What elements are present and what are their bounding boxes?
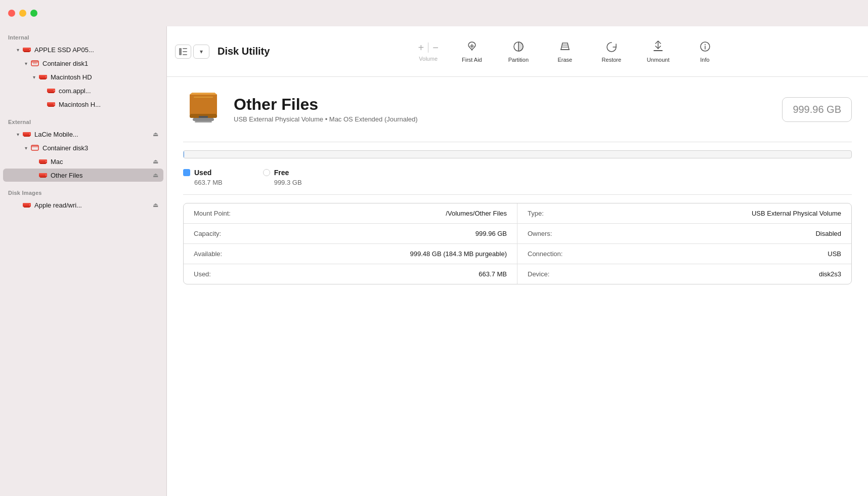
toolbar: ▾ Disk Utility + − Volume	[167, 26, 868, 77]
chevron-placeholder	[38, 101, 46, 108]
disk-icon-container	[183, 89, 224, 130]
svg-rect-6	[31, 61, 38, 63]
partition-button[interactable]: Partition	[503, 38, 534, 65]
info-cell-value: /Volumes/Other Files	[446, 210, 507, 217]
info-cell-label: Type:	[528, 210, 544, 217]
close-button[interactable]	[8, 10, 15, 17]
remove-volume-button[interactable]: −	[430, 42, 441, 54]
info-cell-value: USB	[828, 250, 841, 258]
info-cell-value: 999.48 GB (184.3 MB purgeable)	[410, 250, 507, 258]
app-container: Internal ▾ APPLE SSD AP05... ▾	[0, 26, 868, 496]
partition-label: Partition	[508, 57, 529, 63]
drive-icon	[47, 86, 56, 95]
external-section-label: External	[0, 115, 166, 127]
sidebar-item-macintosh-hd[interactable]: ▾ Macintosh HD	[3, 70, 163, 84]
svg-rect-17	[48, 106, 54, 107]
svg-rect-35	[24, 206, 30, 208]
svg-rect-14	[54, 90, 55, 91]
toolbar-center: + − Volume First Aid	[276, 38, 860, 65]
info-cell-right: Device: disk2s3	[517, 264, 851, 284]
info-cell-value: 663.7 MB	[479, 270, 507, 278]
eject-icon[interactable]: ⏏	[151, 171, 159, 179]
sidebar-item-container-disk1[interactable]: ▾ Container disk1	[3, 57, 163, 70]
volume-btn-group: + − Volume	[416, 42, 440, 62]
svg-rect-22	[29, 134, 30, 135]
sidebar-item-label: com.appl...	[59, 87, 159, 95]
sidebar-item-label: Other Files	[51, 172, 149, 179]
sidebar-item-label: Container disk3	[42, 144, 159, 152]
divider-1	[183, 142, 852, 142]
drive-icon	[38, 171, 48, 180]
storage-bar	[183, 150, 852, 158]
sidebar-toggle-button[interactable]	[175, 45, 191, 59]
info-cell-label: Used:	[194, 270, 211, 278]
sidebar-item-macintosh-h[interactable]: Macintosh H...	[3, 98, 163, 111]
table-row: Used: 663.7 MB Device: disk2s3	[184, 264, 851, 284]
unmount-icon	[652, 40, 665, 55]
svg-rect-10	[46, 76, 47, 77]
svg-rect-8	[39, 75, 47, 76]
svg-rect-27	[40, 163, 46, 164]
sidebar-item-com-appl[interactable]: com.appl...	[3, 84, 163, 97]
add-volume-button[interactable]: +	[416, 42, 426, 54]
disk-subtitle: USB External Physical Volume • Mac OS Ex…	[234, 115, 772, 123]
unmount-label: Unmount	[647, 57, 670, 63]
used-label: Used	[194, 169, 211, 177]
detail-panel: Other Files USB External Physical Volume…	[167, 77, 868, 496]
sidebar-item-container-disk3[interactable]: ▾ Container disk3	[3, 141, 163, 154]
table-row: Capacity: 999.96 GB Owners: Disabled	[184, 224, 851, 244]
eject-icon[interactable]: ⏏	[151, 201, 159, 209]
svg-rect-16	[47, 102, 55, 104]
maximize-button[interactable]	[30, 10, 37, 17]
title-bar	[0, 0, 868, 26]
sidebar-item-lacie-mobile[interactable]: ▾ LaCie Mobile... ⏏	[3, 128, 163, 141]
svg-rect-31	[40, 177, 46, 178]
svg-rect-3	[29, 49, 30, 50]
svg-rect-18	[54, 104, 55, 105]
drive-icon	[22, 45, 31, 54]
free-legend-header: Free	[263, 169, 302, 177]
eject-icon[interactable]: ⏏	[151, 130, 159, 138]
disk-drive-icon	[184, 90, 223, 129]
main-content: ▾ Disk Utility + − Volume	[167, 26, 868, 496]
info-cell-left: Available: 999.48 GB (184.3 MB purgeable…	[184, 244, 517, 264]
info-cell-label: Connection:	[528, 250, 562, 258]
sidebar-item-apple-ssd[interactable]: ▾ APPLE SSD AP05...	[3, 43, 163, 56]
svg-rect-57	[199, 116, 208, 118]
info-cell-value: 999.96 GB	[475, 230, 507, 237]
chevron-placeholder	[30, 158, 37, 165]
svg-rect-37	[179, 48, 182, 55]
restore-button[interactable]: Restore	[596, 38, 627, 65]
svg-rect-1	[23, 48, 31, 49]
used-legend-header: Used	[183, 169, 223, 177]
unmount-button[interactable]: Unmount	[643, 38, 674, 65]
svg-rect-58	[194, 97, 213, 98]
sidebar-item-mac[interactable]: Mac ⏏	[3, 155, 163, 168]
info-cell-left: Mount Point: /Volumes/Other Files	[184, 203, 517, 223]
info-cell-label: Available:	[194, 250, 222, 258]
free-legend-item: Free 999.3 GB	[263, 169, 302, 186]
minimize-button[interactable]	[19, 10, 26, 17]
sidebar-item-apple-readwri[interactable]: Apple read/wri... ⏏	[3, 198, 163, 212]
erase-button[interactable]: Erase	[550, 38, 580, 65]
info-cell-label: Device:	[528, 270, 549, 278]
chevron-icon: ▾	[14, 46, 21, 53]
sidebar-item-other-files[interactable]: Other Files ⏏	[3, 169, 163, 182]
eject-icon[interactable]: ⏏	[151, 157, 159, 166]
chevron-icon: ▾	[22, 144, 29, 151]
info-button[interactable]: Info	[690, 38, 720, 65]
drive-icon	[38, 72, 48, 81]
free-dot	[263, 169, 270, 176]
partition-icon	[512, 40, 525, 55]
chevron-icon: ▾	[22, 60, 29, 67]
first-aid-button[interactable]: First Aid	[457, 38, 487, 65]
svg-rect-9	[40, 78, 46, 79]
chevron-icon: ▾	[14, 131, 21, 138]
info-cell-label: Owners:	[528, 230, 552, 237]
sidebar-item-label: Apple read/wri...	[34, 201, 149, 209]
toolbar-left: ▾ Disk Utility	[175, 45, 276, 59]
chevron-placeholder	[38, 87, 46, 94]
table-row: Available: 999.48 GB (184.3 MB purgeable…	[184, 244, 851, 264]
drive-icon	[22, 200, 31, 210]
view-chevron-button[interactable]: ▾	[193, 45, 209, 59]
